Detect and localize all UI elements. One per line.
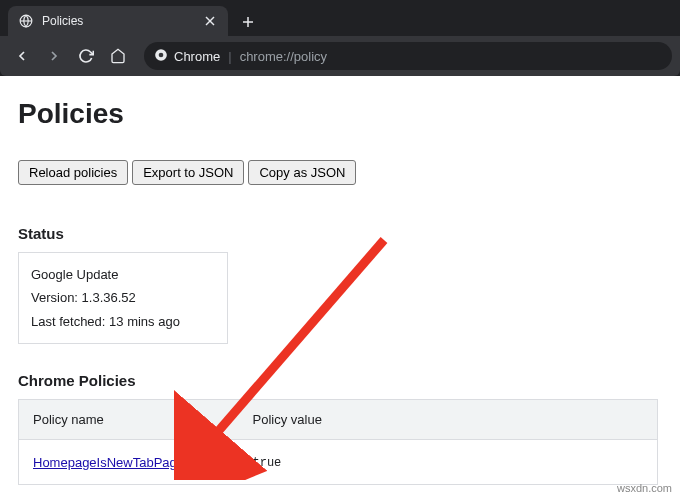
action-buttons: Reload policies Export to JSON Copy as J…: [18, 160, 662, 185]
reload-policies-button[interactable]: Reload policies: [18, 160, 128, 185]
policy-table: Policy name Policy value HomepageIsNewTa…: [18, 399, 658, 485]
watermark: wsxdn.com: [617, 482, 672, 494]
svg-point-7: [159, 52, 164, 57]
policy-name-text: HomepageIsNewTabPage: [33, 455, 184, 470]
col-policy-value: Policy value: [239, 400, 658, 440]
status-update-name: Google Update: [31, 263, 215, 286]
version-value: 1.3.36.52: [82, 290, 136, 305]
browser-chrome: Policies Chrome: [0, 0, 680, 76]
status-box: Google Update Version: 1.3.36.52 Last fe…: [18, 252, 228, 344]
svg-line-8: [191, 459, 196, 464]
version-label: Version:: [31, 290, 78, 305]
address-bar[interactable]: Chrome | chrome://policy: [144, 42, 672, 70]
tab-bar: Policies: [0, 0, 680, 36]
new-tab-button[interactable]: [234, 8, 262, 36]
back-button[interactable]: [8, 42, 36, 70]
fetched-value: 13 mins ago: [109, 314, 180, 329]
tab-title: Policies: [42, 14, 194, 28]
omnibox-prefix-text: Chrome: [174, 49, 220, 64]
omnibox-origin-chip: Chrome: [154, 48, 220, 65]
browser-tab[interactable]: Policies: [8, 6, 228, 36]
page-title: Policies: [18, 98, 662, 130]
fetched-label: Last fetched:: [31, 314, 105, 329]
export-json-button[interactable]: Export to JSON: [132, 160, 244, 185]
globe-icon: [18, 13, 34, 29]
home-button[interactable]: [104, 42, 132, 70]
table-header-row: Policy name Policy value: [19, 400, 658, 440]
external-link-icon: [186, 456, 198, 468]
status-fetched-row: Last fetched: 13 mins ago: [31, 310, 215, 333]
policy-name-link[interactable]: HomepageIsNewTabPage: [33, 455, 198, 470]
omnibox-divider: |: [228, 49, 231, 64]
chrome-icon: [154, 48, 168, 65]
browser-toolbar: Chrome | chrome://policy: [0, 36, 680, 76]
close-icon[interactable]: [202, 13, 218, 29]
chrome-policies-heading: Chrome Policies: [18, 372, 662, 389]
forward-button[interactable]: [40, 42, 68, 70]
omnibox-url: chrome://policy: [240, 49, 327, 64]
status-version-row: Version: 1.3.36.52: [31, 286, 215, 309]
copy-json-button[interactable]: Copy as JSON: [248, 160, 356, 185]
page-content: Policies Reload policies Export to JSON …: [0, 76, 680, 500]
reload-button[interactable]: [72, 42, 100, 70]
table-row: HomepageIsNewTabPage true: [19, 440, 658, 485]
policy-value-text: true: [253, 456, 282, 470]
col-policy-name: Policy name: [19, 400, 239, 440]
status-heading: Status: [18, 225, 662, 242]
